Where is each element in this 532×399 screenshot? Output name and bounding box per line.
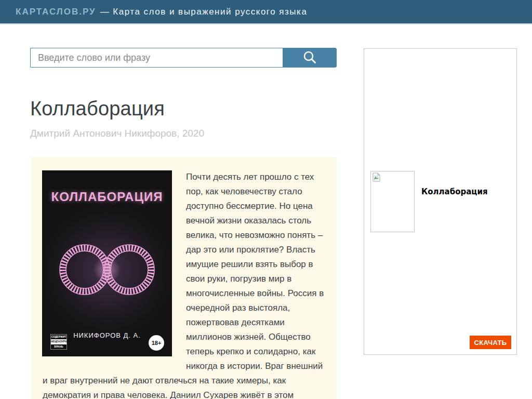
page-title: Коллаборация xyxy=(30,98,165,120)
cover-title: КОЛЛАБОРАЦИЯ xyxy=(43,190,171,204)
site-logo[interactable]: КАРТАСЛОВ.РУ xyxy=(16,7,96,17)
ad-book-thumbnail[interactable] xyxy=(370,171,415,232)
book-byline: Дмитрий Антонович Никифоров, 2020 xyxy=(30,128,204,139)
ad-book-title[interactable]: Коллаборация xyxy=(421,187,488,196)
ouroboros-infinity-icon xyxy=(55,237,159,304)
site-header: КАРТАСЛОВ.РУ — Карта слов и выражений ру… xyxy=(0,0,532,24)
ad-panel: Коллаборация СКАЧАТЬ xyxy=(364,48,517,355)
annotation-panel: КОЛЛАБОРАЦИЯ xyxy=(31,157,337,399)
search-input[interactable] xyxy=(30,48,283,68)
broken-image-icon xyxy=(371,176,382,184)
site-tagline: — Карта слов и выражений русского языка xyxy=(100,7,308,17)
content-warning-label: СОДЕРЖИТ НЕЦЕНЗУРНУЮ БРАНЬ xyxy=(50,334,67,350)
age-rating-badge: 18+ xyxy=(149,335,164,351)
book-cover: КОЛЛАБОРАЦИЯ xyxy=(43,171,171,356)
download-button[interactable]: СКАЧАТЬ xyxy=(470,336,511,349)
magnifier-icon xyxy=(302,49,317,66)
search-bar xyxy=(30,48,337,68)
search-button[interactable] xyxy=(283,48,337,68)
